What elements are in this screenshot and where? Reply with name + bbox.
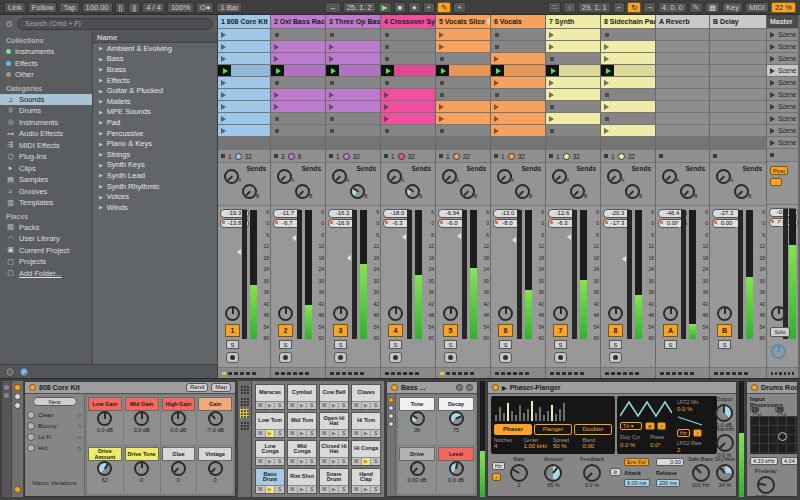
send-a-knob[interactable] [662,169,677,184]
track-io-row[interactable]: 132 [601,150,655,162]
stop-all-clips-icon[interactable] [494,154,498,158]
expand-arrow-icon[interactable]: ▶ [99,119,103,125]
cue-post-button[interactable]: Post [770,166,788,175]
clip-slot[interactable] [601,29,655,40]
solo-button[interactable]: S [554,340,567,349]
scene-row[interactable]: Scene [767,137,798,148]
expand-arrow-icon[interactable]: ▶ [99,109,103,115]
track-activator-button[interactable]: A [663,324,678,337]
midi-map-button[interactable]: MIDI [745,2,769,13]
clip-slot[interactable] [381,101,435,112]
capture-midi-button[interactable]: + [453,2,465,13]
sidebar-item-audio-effects[interactable]: ⊶Audio Effects [6,128,92,140]
amount-value[interactable]: 65 % [547,482,560,488]
pad-mute-button[interactable]: M [352,430,362,437]
sidebar-item-templates[interactable]: ▥Templates [6,197,92,209]
hi-cut-button[interactable]: Hi Cut [775,405,784,413]
clip-slot[interactable] [218,89,270,100]
clip-slot[interactable] [271,29,325,40]
macro-knob[interactable] [208,411,223,426]
clip-slot[interactable] [546,53,600,64]
macro-knob[interactable] [134,411,149,426]
device-on-icon[interactable] [29,384,36,391]
folder-row[interactable]: ▶Voices [93,191,217,202]
clip-slot[interactable] [218,101,270,112]
expand-arrow-icon[interactable]: ▶ [99,204,103,210]
track-activator-button[interactable]: 1 [225,324,240,337]
plugin-icon[interactable]: P [19,367,29,377]
rate-hz-button[interactable]: Hz [492,462,505,470]
solo-button[interactable]: S [609,340,622,349]
clip-slot[interactable] [271,65,325,76]
session-record-button[interactable]: + [423,2,435,13]
clip-slot[interactable] [546,89,600,100]
scene-launch-icon[interactable] [770,140,775,146]
pad-solo-button[interactable]: S [275,402,284,409]
clip-slot[interactable] [218,53,270,64]
track-header[interactable]: 5 Vocals Slice▾ [436,15,490,28]
clip-slot[interactable] [271,101,325,112]
clip-slot[interactable] [436,101,490,112]
nudge-up-icon[interactable]: || [128,2,140,13]
clip-slot[interactable] [381,65,435,76]
output-knob[interactable] [715,404,733,422]
pad-play-button[interactable]: ▶ [362,486,372,493]
clip-slot[interactable] [218,77,270,88]
track-io-row[interactable]: 132 [381,150,435,162]
launch-variation-icon[interactable]: ▷ [78,445,82,451]
pan-knob[interactable] [663,306,678,321]
stop-all-clips-icon[interactable] [713,154,717,158]
fader-handle[interactable] [457,233,461,239]
scene-launch-icon[interactable] [770,104,775,110]
volume-fader[interactable] [681,210,686,339]
new-variation-button[interactable]: New [33,397,77,406]
stop-all-clips-icon[interactable] [439,154,443,158]
lfo2-hz-button[interactable]: Hz [677,429,690,437]
collection-item[interactable]: Instruments [6,46,92,58]
expand-arrow-icon[interactable]: ▶ [99,66,103,72]
clip-slot[interactable] [271,113,325,124]
clip-slot[interactable] [546,113,600,124]
variation-row[interactable]: Boomy▷ [27,420,82,431]
stop-all-clips-icon[interactable] [329,154,333,158]
drum-pad-rim-shot[interactable]: Rim ShotM▶S [287,468,317,494]
safe-bass-knob[interactable] [692,464,710,482]
fader-handle[interactable] [733,222,737,228]
clip-slot[interactable] [381,29,435,40]
draw-dots-icon[interactable]: ∷ [548,2,561,13]
dry-wet-knob[interactable] [716,464,734,482]
predelay-knob[interactable] [757,476,775,494]
arm-record-button[interactable] [226,352,239,363]
bass-knob-value[interactable]: 36 [414,427,420,433]
rack-power-icon[interactable] [14,384,21,391]
scene-launch-icon[interactable] [770,56,775,62]
place-item-user-library[interactable]: ◠User Library [6,233,92,245]
browser-back-icon[interactable]: ‹ [4,19,14,29]
volume-fader[interactable] [462,210,467,339]
send-b-knob[interactable] [515,184,530,199]
pad-mute-button[interactable]: M [320,458,330,465]
record-button[interactable]: ● [408,2,421,13]
volume-fader[interactable] [783,209,788,339]
draw-mode-button[interactable]: ✎ [689,2,703,13]
filter-q-value[interactable]: 4.04 [781,457,798,465]
clip-slot[interactable] [656,113,709,124]
pad-solo-button[interactable]: S [371,402,380,409]
save-preset-icon[interactable] [466,384,473,391]
mode-tab-flanger[interactable]: Flanger [534,424,572,435]
arm-record-button[interactable] [609,352,622,363]
rand-button[interactable]: Rand [186,383,208,392]
arm-record-button[interactable] [334,352,347,363]
pad-solo-button[interactable]: S [307,458,316,465]
follow-button[interactable]: Follow [28,2,58,13]
arm-record-button[interactable] [389,352,402,363]
pad-mute-button[interactable]: M [288,458,298,465]
mode-tab-doubler[interactable]: Doubler [574,424,612,435]
macro-value[interactable]: 62 [102,477,108,483]
pad-play-button[interactable]: ▶ [362,430,372,437]
safe-bass-value[interactable]: 100 Hz [692,482,709,488]
scene-row[interactable]: Scene [767,65,798,76]
feedback-knob[interactable] [583,464,601,482]
arm-record-button[interactable] [499,352,512,363]
folder-row[interactable]: ▶Effects [93,75,217,86]
